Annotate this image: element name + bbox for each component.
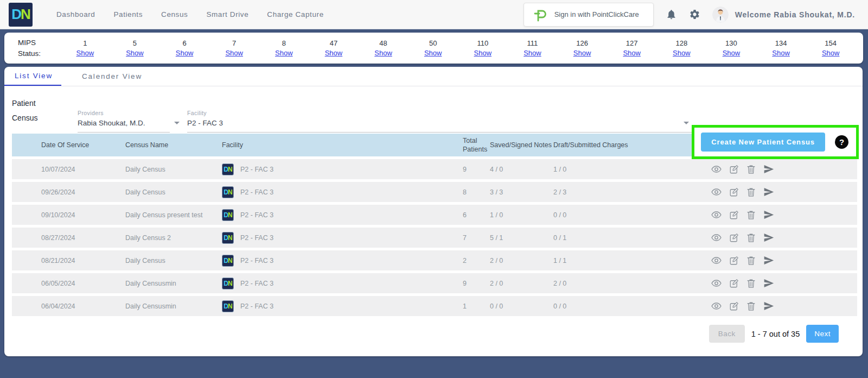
chevron-down-icon xyxy=(174,122,180,124)
view-button[interactable] xyxy=(711,234,722,242)
table-row: 08/27/2024 Daily Census 2 DN P2 - FAC 3 … xyxy=(12,228,857,248)
delete-button[interactable] xyxy=(746,256,756,266)
facility-select[interactable]: Facility P2 - FAC 3 xyxy=(187,109,694,133)
tab-calendar-view[interactable]: Calender View xyxy=(73,67,151,86)
edit-button[interactable] xyxy=(729,279,739,288)
nav-item-smart-drive[interactable]: Smart Drive xyxy=(206,10,248,18)
delete-button[interactable] xyxy=(746,187,756,197)
mips-show-link[interactable]: Show xyxy=(822,49,840,57)
mips-show-link[interactable]: Show xyxy=(325,49,343,57)
view-button[interactable] xyxy=(711,188,722,196)
mips-show-link[interactable]: Show xyxy=(374,49,392,57)
page-range-text: 1 - 7 out of 35 xyxy=(751,330,800,338)
eye-icon xyxy=(711,234,722,242)
date-of-service-cell: 06/05/2024 xyxy=(41,280,125,287)
send-button[interactable] xyxy=(763,256,774,265)
view-button[interactable] xyxy=(711,256,722,264)
view-button[interactable] xyxy=(711,165,722,173)
nav-item-census[interactable]: Census xyxy=(161,10,188,18)
mips-code-number: 8 xyxy=(259,39,309,47)
header-total-patients: Total Patients xyxy=(463,136,490,154)
edit-button[interactable] xyxy=(729,187,739,197)
edit-button[interactable] xyxy=(729,233,739,243)
settings-button[interactable] xyxy=(689,9,700,20)
edit-button[interactable] xyxy=(729,256,739,266)
date-of-service-cell: 09/10/2024 xyxy=(41,211,125,219)
mips-show-link[interactable]: Show xyxy=(126,49,144,57)
mips-show-link[interactable]: Show xyxy=(225,49,243,57)
view-button[interactable] xyxy=(711,302,722,310)
nav-item-patients[interactable]: Patients xyxy=(113,10,143,18)
next-button[interactable]: Next xyxy=(806,325,839,343)
help-icon[interactable]: ? xyxy=(835,135,848,149)
tab-list-view[interactable]: List View xyxy=(4,67,61,86)
view-button[interactable] xyxy=(711,279,722,287)
app-logo[interactable]: DN xyxy=(9,3,33,27)
view-button[interactable] xyxy=(711,211,722,219)
mips-show-link[interactable]: Show xyxy=(772,49,790,57)
send-icon xyxy=(763,187,774,197)
facility-logo-icon: DN xyxy=(222,163,234,175)
mips-code-number: 6 xyxy=(159,39,209,47)
total-patients-cell: 9 xyxy=(463,165,490,174)
delete-button[interactable] xyxy=(746,279,756,288)
mips-code-item: 111 Show xyxy=(508,39,558,58)
mips-code-item: 110 Show xyxy=(458,39,508,58)
mips-show-link[interactable]: Show xyxy=(723,49,741,57)
mips-show-link[interactable]: Show xyxy=(275,49,293,57)
send-button[interactable] xyxy=(763,279,774,288)
facility-logo-icon: DN xyxy=(222,186,234,198)
edit-button[interactable] xyxy=(729,210,739,220)
mips-show-link[interactable]: Show xyxy=(573,49,591,57)
delete-button[interactable] xyxy=(746,165,756,174)
facility-cell: DN P2 - FAC 3 xyxy=(222,255,463,267)
edit-icon xyxy=(729,279,739,288)
mips-show-link[interactable]: Show xyxy=(176,49,194,57)
providers-select[interactable]: Providers Rabia Shoukat, M.D. xyxy=(78,109,170,133)
mips-show-link[interactable]: Show xyxy=(474,49,492,57)
send-icon xyxy=(763,210,774,219)
mips-show-link[interactable]: Show xyxy=(623,49,641,57)
user-avatar[interactable] xyxy=(712,7,729,23)
date-of-service-cell: 10/07/2024 xyxy=(41,166,125,173)
census-table-body: 10/07/2024 Daily Census DN P2 - FAC 3 9 … xyxy=(12,159,857,316)
view-tabs: List View Calender View xyxy=(4,67,863,86)
gear-icon xyxy=(689,9,700,20)
mips-code-item: 6 Show xyxy=(159,39,209,58)
table-row: 10/07/2024 Daily Census DN P2 - FAC 3 9 … xyxy=(12,159,857,179)
header-saved-signed-notes: Saved/Signed Notes xyxy=(490,141,553,149)
header-draft-submitted-charges: Draft/Submitted Charges xyxy=(553,141,640,149)
edit-button[interactable] xyxy=(729,301,739,311)
send-button[interactable] xyxy=(763,233,774,242)
mips-status-label: MIPS Status: xyxy=(18,37,60,59)
census-name-cell: Daily Census xyxy=(125,188,222,196)
nav-item-dashboard[interactable]: Dashboard xyxy=(56,10,95,18)
delete-button[interactable] xyxy=(746,210,756,220)
edit-icon xyxy=(729,256,739,266)
saved-signed-notes-cell: 0 / 0 xyxy=(490,303,553,310)
notifications-button[interactable] xyxy=(666,9,677,20)
edit-icon xyxy=(729,210,739,220)
send-icon xyxy=(763,279,774,288)
send-button[interactable] xyxy=(763,301,774,311)
mips-show-link[interactable]: Show xyxy=(424,49,442,57)
back-button[interactable]: Back xyxy=(709,325,745,343)
facility-cell: DN P2 - FAC 3 xyxy=(222,232,463,244)
census-name-cell: Daily Censusmin xyxy=(125,303,222,310)
edit-button[interactable] xyxy=(729,165,739,174)
nav-item-charge-capture[interactable]: Charge Capture xyxy=(267,10,323,18)
mips-code-item: 127 Show xyxy=(607,39,657,58)
main-menu: Dashboard Patients Census Smart Drive Ch… xyxy=(56,10,324,18)
send-button[interactable] xyxy=(763,165,774,174)
saved-signed-notes-cell: 1 / 0 xyxy=(490,211,553,219)
sign-in-pointclickcare-button[interactable]: Sign in with PointClickCare xyxy=(524,3,654,27)
delete-button[interactable] xyxy=(746,301,756,311)
patient-census-panel: List View Calender View Patient Census P… xyxy=(4,67,863,356)
send-button[interactable] xyxy=(763,187,774,197)
delete-button[interactable] xyxy=(746,233,756,243)
mips-show-link[interactable]: Show xyxy=(524,49,541,57)
mips-show-link[interactable]: Show xyxy=(673,49,691,57)
mips-show-link[interactable]: Show xyxy=(76,49,94,57)
create-new-patient-census-button[interactable]: Create New Patient Census xyxy=(701,133,825,152)
send-button[interactable] xyxy=(763,210,774,219)
